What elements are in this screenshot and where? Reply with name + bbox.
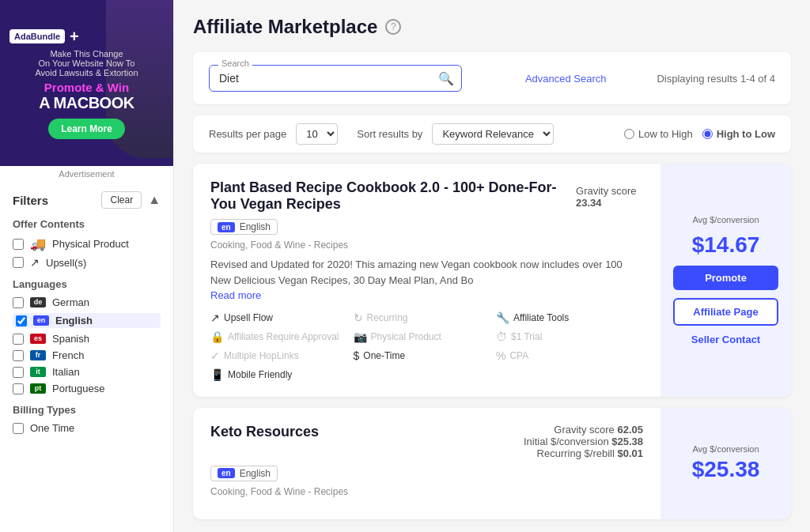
lang-de-checkbox[interactable] — [13, 297, 24, 308]
billing-one-time-filter[interactable]: One Time — [13, 422, 161, 434]
lang-filter-es[interactable]: es Spanish — [13, 333, 161, 345]
recurring-label: Recurring — [367, 312, 408, 323]
cpa-icon: % — [496, 349, 505, 362]
lang-es-checkbox[interactable] — [13, 334, 24, 345]
product-card-2-side: Avg $/conversion $25.38 — [660, 408, 791, 519]
product-2-stats: Gravity score 62.05 Initial $/conversion… — [524, 424, 643, 459]
feature-recurring: ↻ Recurring — [354, 311, 497, 324]
flag-fr-icon: fr — [30, 350, 46, 360]
lang-filter-en[interactable]: en English — [13, 313, 161, 328]
lang-filter-pt[interactable]: pt Portuguese — [13, 383, 161, 394]
recurring-icon: ↻ — [354, 311, 363, 324]
low-to-high-input[interactable] — [624, 129, 634, 139]
filters-controls: Clear ▲ — [101, 191, 161, 209]
upsells-checkbox[interactable] — [13, 257, 24, 268]
ad-banner: AdaBundle + Make This Change On Your Web… — [0, 0, 173, 166]
lang-filter-fr[interactable]: fr French — [13, 349, 161, 361]
flag-en-icon: en — [33, 315, 49, 326]
high-to-low-input[interactable] — [702, 129, 713, 139]
product-2-lang-badge: en English — [210, 466, 278, 481]
product-1-lang-badge: en English — [210, 219, 278, 235]
mobile-icon: 📱 — [210, 368, 224, 381]
ad-learn-button[interactable]: Learn More — [48, 119, 125, 139]
product-2-avg-label: Avg $/conversion — [692, 444, 759, 454]
product-1-title: Plant Based Recipe Cookbook 2.0 - 100+ D… — [210, 179, 570, 213]
product-2-title-row: Keto Resources Gravity score 62.05 Initi… — [210, 424, 643, 459]
billing-one-time-label: One Time — [30, 422, 74, 434]
lang-pt-checkbox[interactable] — [13, 383, 24, 394]
product-1-category: Cooking, Food & Wine - Recipes — [210, 240, 643, 251]
product-1-promote-button[interactable]: Promote — [673, 266, 778, 290]
feature-1-trial: ⏱ $1 Trial — [496, 330, 639, 343]
ad-label: Advertisement — [0, 166, 173, 182]
lang-es-label: Spanish — [52, 333, 89, 345]
lang-en-checkbox[interactable] — [16, 315, 27, 326]
filters-title: Filters — [13, 194, 48, 207]
product-1-lang-code: en — [218, 222, 235, 232]
lang-filter-it[interactable]: it Italian — [13, 366, 161, 378]
product-2-title: Keto Resources — [210, 424, 319, 440]
lang-it-checkbox[interactable] — [13, 367, 24, 378]
lang-it-label: Italian — [52, 366, 80, 378]
product-2-lang-code: en — [218, 468, 235, 478]
trial-label: $1 Trial — [511, 331, 542, 342]
high-to-low-label: High to Low — [717, 128, 775, 140]
main-content: Affiliate Marketplace ? Search 🔍 Advance… — [174, 0, 810, 532]
lang-fr-label: French — [52, 349, 84, 361]
upsells-filter[interactable]: ↗ Upsell(s) — [13, 256, 161, 269]
feature-cpa: % CPA — [496, 349, 639, 362]
ad-logo: AdaBundle + — [9, 28, 79, 46]
physical-product-feat-label: Physical Product — [371, 331, 441, 342]
feature-one-time: $ One-Time — [354, 349, 497, 362]
lang-fr-checkbox[interactable] — [13, 350, 24, 361]
feature-affiliate-tools: 🔧 Affiliate Tools — [496, 311, 639, 324]
page-title: Affiliate Marketplace — [193, 16, 377, 38]
help-icon[interactable]: ? — [385, 19, 401, 35]
lang-en-label: English — [55, 315, 93, 326]
sort-by-select[interactable]: Keyword Relevance Gravity Avg $/Conversi… — [432, 123, 554, 145]
one-time-icon: $ — [354, 349, 360, 362]
clear-filters-button[interactable]: Clear — [101, 191, 142, 209]
search-box: Search 🔍 — [209, 65, 462, 92]
offer-contents-title: Offer Contents — [13, 218, 161, 230]
sort-direction-group: Low to High High to Low — [624, 128, 775, 140]
mobile-label: Mobile Friendly — [228, 369, 292, 380]
product-1-avg-value: $14.67 — [692, 232, 760, 258]
ad-text3: Avoid Lawsuits & Extortion — [35, 68, 138, 77]
upsells-icon: ↗ — [30, 256, 40, 269]
ad-logo-text: AdaBundle — [9, 29, 65, 43]
results-info: Displaying results 1-4 of 4 — [657, 73, 775, 85]
product-1-read-more[interactable]: Read more — [210, 289, 261, 301]
collapse-filters-button[interactable]: ▲ — [148, 193, 161, 207]
ad-promo-text: Promote & Win — [35, 81, 138, 94]
page-header: Affiliate Marketplace ? — [193, 16, 791, 38]
advanced-search-link[interactable]: Advanced Search — [525, 73, 607, 85]
product-1-features: ↗ Upsell Flow ↻ Recurring 🔧 Affiliate To… — [210, 311, 643, 381]
ad-text2: On Your Website Now To — [35, 58, 138, 68]
product-1-seller-contact-link[interactable]: Seller Contact — [691, 334, 760, 345]
languages-title: Languages — [13, 278, 161, 290]
low-to-high-radio[interactable]: Low to High — [624, 128, 693, 140]
product-1-gravity: Gravity score 23.34 — [576, 185, 643, 209]
product-card-1: Plant Based Recipe Cookbook 2.0 - 100+ D… — [193, 164, 791, 397]
physical-product-filter[interactable]: 🚚 Physical Product — [13, 236, 161, 251]
physical-product-icon: 📷 — [354, 330, 367, 343]
physical-product-checkbox[interactable] — [13, 239, 24, 250]
product-2-category: Cooking, Food & Wine - Recipes — [210, 486, 643, 497]
product-1-avg-label: Avg $/conversion — [692, 215, 759, 224]
affiliate-tools-icon: 🔧 — [496, 311, 509, 324]
billing-one-time-checkbox[interactable] — [13, 423, 24, 434]
hoplinks-label: Multiple HopLinks — [224, 350, 299, 361]
feature-multiple-hoplinks: ✓ Multiple HopLinks — [210, 349, 354, 362]
flag-de-icon: de — [30, 297, 46, 308]
upsell-flow-label: Upsell Flow — [224, 312, 273, 323]
product-1-affiliate-page-button[interactable]: Affiliate Page — [673, 298, 778, 326]
search-input[interactable] — [209, 65, 462, 92]
product-card-2: Keto Resources Gravity score 62.05 Initi… — [193, 408, 791, 519]
high-to-low-radio[interactable]: High to Low — [702, 128, 775, 140]
search-label: Search — [218, 58, 252, 68]
results-per-page-label: Results per page — [209, 128, 286, 140]
lang-filter-de[interactable]: de German — [13, 296, 161, 308]
feature-upsell-flow: ↗ Upsell Flow — [210, 311, 354, 324]
results-per-page-select[interactable]: 10 25 50 — [296, 123, 338, 145]
